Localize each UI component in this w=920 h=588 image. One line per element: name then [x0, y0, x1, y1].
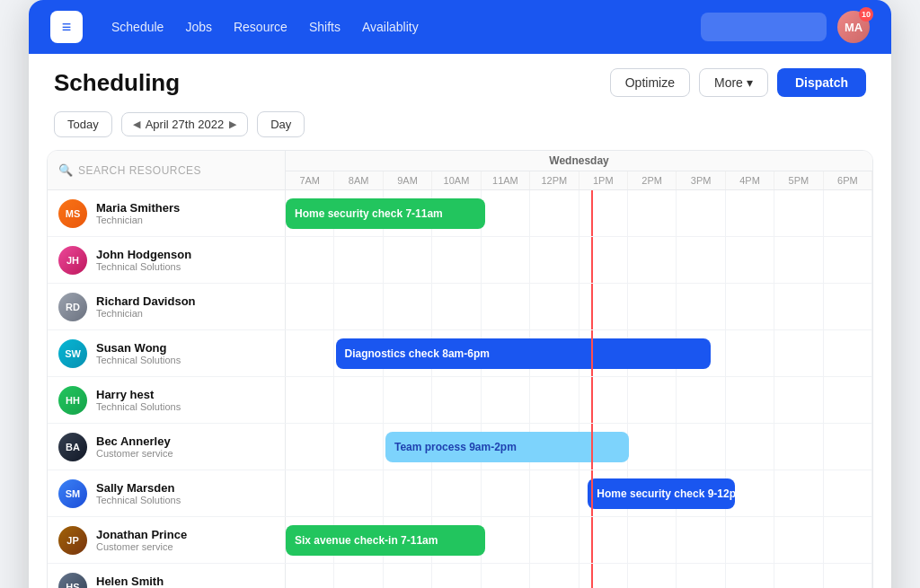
- event-bar[interactable]: Home security check 7-11am: [286, 198, 485, 229]
- resource-info: MSMaria SmithersTechnician: [48, 190, 286, 236]
- avatar: MS: [58, 199, 87, 228]
- time-slot: [677, 237, 725, 283]
- nav-resource[interactable]: Resource: [234, 20, 288, 34]
- time-slot: [432, 237, 481, 283]
- time-slot: [579, 190, 628, 236]
- search-resources-label[interactable]: SEARCH RESOURCES: [78, 164, 201, 177]
- current-time-line: [591, 237, 593, 283]
- avatar: BA: [58, 433, 87, 461]
- time-slot: [286, 377, 334, 423]
- view-button[interactable]: Day: [257, 111, 305, 137]
- avatar: HH: [58, 386, 87, 415]
- resource-info: HSHelen SmithTechnician: [48, 564, 286, 588]
- time-slot: [530, 190, 579, 236]
- time-slot: [726, 237, 774, 283]
- time-slot: [824, 470, 872, 516]
- event-bar[interactable]: Diagnostics check 8am-6pm: [336, 338, 712, 369]
- time-slot: [286, 284, 334, 329]
- timeline-cell: [286, 284, 872, 329]
- time-7am: 7AM: [286, 171, 334, 189]
- nav-jobs[interactable]: Jobs: [185, 20, 212, 34]
- time-slot: [482, 517, 530, 563]
- time-slot: [824, 284, 872, 329]
- timeline-cell: Home security check 7-11am: [286, 190, 872, 236]
- resource-name: Sally Marsden: [96, 481, 181, 496]
- app-window: ≡ Schedule Jobs Resource Shifts Availabl…: [29, 0, 891, 588]
- nav-shifts[interactable]: Shifts: [309, 20, 341, 34]
- time-slot: [774, 470, 823, 516]
- header-search[interactable]: [701, 13, 827, 41]
- timeline-cell: [286, 237, 872, 283]
- table-row: RDRichard DavidsonTechnician: [48, 284, 872, 330]
- time-slot: [334, 377, 383, 423]
- time-slot: [628, 517, 677, 563]
- time-slot: [286, 470, 334, 516]
- time-slot: [726, 330, 774, 376]
- resource-text: Sally MarsdenTechnical Solutions: [96, 481, 181, 506]
- resource-name: Maria Smithers: [96, 201, 180, 215]
- current-time-line: [591, 377, 593, 423]
- time-slot: [824, 377, 872, 423]
- time-slot: [628, 190, 677, 236]
- resource-text: Susan WongTechnical Solutions: [96, 341, 181, 366]
- user-avatar-wrap: MA 10: [837, 11, 870, 43]
- time-slot: [482, 377, 530, 423]
- time-slot: [482, 190, 530, 236]
- table-row: HSHelen SmithTechnician: [48, 564, 872, 588]
- optimize-button[interactable]: Optimize: [610, 68, 690, 97]
- time-grid-lines: [286, 470, 872, 516]
- event-bar[interactable]: Home security check 9-12pm: [588, 478, 734, 509]
- resource-role: Technician: [96, 308, 196, 319]
- timeline-cell: Diagnostics check 8am-6pm: [286, 330, 872, 376]
- current-date: April 27th 2022: [146, 118, 224, 131]
- time-slot: [286, 424, 334, 470]
- time-slot: [384, 377, 432, 423]
- time-slot: [726, 377, 774, 423]
- resource-info: SMSally MarsdenTechnical Solutions: [48, 470, 286, 516]
- time-grid-lines: [286, 284, 872, 329]
- time-slot: [286, 564, 334, 588]
- timeline-cell: [286, 564, 872, 588]
- next-date-icon[interactable]: ▶: [229, 118, 236, 130]
- time-slot: [579, 564, 628, 588]
- avatar: SW: [58, 339, 87, 368]
- notification-badge: 10: [859, 7, 873, 22]
- resource-role: Technician: [96, 215, 180, 225]
- today-button[interactable]: Today: [54, 111, 112, 137]
- time-slot: [628, 237, 677, 283]
- time-slot: [774, 284, 823, 329]
- time-slot: [530, 237, 579, 283]
- current-time-line: [591, 424, 593, 470]
- avatar: RD: [58, 293, 87, 321]
- date-bar: Today ◀ April 27th 2022 ▶ Day: [29, 111, 891, 150]
- time-slot: [726, 564, 774, 588]
- time-slot: [824, 330, 872, 376]
- more-button[interactable]: More ▾: [699, 68, 768, 97]
- time-slot: [774, 190, 823, 236]
- nav-availability[interactable]: Availablity: [362, 20, 419, 34]
- time-slot: [824, 564, 872, 588]
- resource-role: Technical Solutions: [96, 355, 181, 365]
- time-slot: [677, 424, 725, 470]
- logo: ≡: [50, 11, 83, 43]
- current-time-line: [591, 564, 593, 588]
- time-slot: [334, 470, 383, 516]
- time-slot: [530, 564, 579, 588]
- time-slot: [432, 284, 481, 329]
- event-bar[interactable]: Six avenue check-in 7-11am: [286, 525, 485, 556]
- time-slot: [628, 284, 677, 329]
- table-row: BABec AnnerleyCustomer serviceTeam proce…: [48, 424, 872, 470]
- dispatch-button[interactable]: Dispatch: [777, 68, 866, 97]
- time-slot: [677, 190, 725, 236]
- time-slot: [286, 330, 334, 376]
- time-slot: [530, 517, 579, 563]
- time-slot: [628, 424, 677, 470]
- resource-name: Susan Wong: [96, 341, 181, 355]
- nav-schedule[interactable]: Schedule: [111, 20, 164, 34]
- resource-text: Richard DavidsonTechnician: [96, 294, 196, 320]
- resource-name: Helen Smith: [96, 575, 164, 588]
- time-12pm: 12PM: [530, 171, 579, 189]
- time-grid-lines: [286, 377, 872, 423]
- search-icon: 🔍: [58, 163, 73, 177]
- prev-date-icon[interactable]: ◀: [133, 118, 140, 130]
